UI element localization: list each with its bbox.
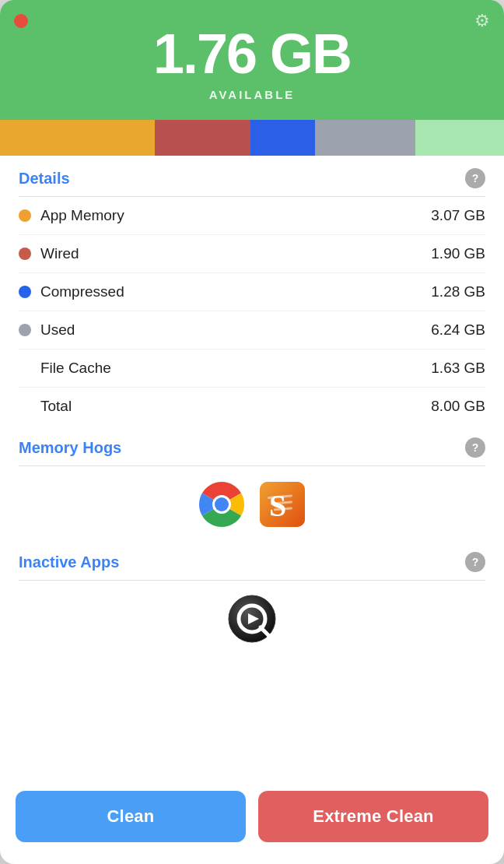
dot-none-dot — [19, 362, 31, 374]
detail-name-label: File Cache — [40, 360, 111, 377]
available-memory-value: 1.76 GB — [153, 23, 351, 85]
detail-value-label: 1.90 GB — [431, 245, 485, 262]
close-button[interactable] — [14, 14, 28, 28]
dot-blue-dot — [19, 286, 31, 298]
buttons-row: Clean Extreme Clean — [0, 778, 504, 864]
dot-yellow-dot — [19, 209, 31, 222]
svg-text:S: S — [269, 488, 286, 523]
table-row: Wired1.90 GB — [19, 235, 485, 273]
detail-value-label: 3.07 GB — [431, 207, 485, 224]
detail-value-label: 1.63 GB — [431, 360, 485, 377]
svg-point-2 — [215, 497, 229, 511]
inactive-apps-section: Inactive Apps ? — [0, 539, 504, 659]
used-bar — [315, 120, 415, 156]
quicktime-app-icon[interactable] — [228, 595, 276, 646]
app-memory-bar — [0, 120, 155, 156]
details-title: Details — [19, 170, 70, 188]
dot-red-dot — [19, 248, 31, 260]
details-section: Details ? App Memory3.07 GBWired1.90 GBC… — [0, 156, 504, 425]
detail-value-label: 1.28 GB — [431, 283, 485, 300]
detail-value-label: 6.24 GB — [431, 321, 485, 339]
dot-none-dot — [19, 400, 31, 413]
detail-name-label: App Memory — [40, 207, 124, 224]
available-bar — [415, 120, 504, 156]
dot-gray-dot — [19, 324, 31, 336]
detail-name-label: Total — [40, 398, 72, 415]
sublime-app-icon[interactable]: S — [260, 482, 305, 527]
detail-name-label: Compressed — [40, 283, 124, 300]
inactive-apps-help-button[interactable]: ? — [465, 552, 485, 572]
chrome-app-icon[interactable] — [199, 482, 244, 527]
memory-hogs-section: Memory Hogs ? — [0, 425, 504, 539]
main-window: ⚙ 1.76 GB AVAILABLE Details ? App Memory… — [0, 0, 504, 864]
memory-hogs-content: S — [19, 466, 485, 539]
table-row: Used6.24 GB — [19, 311, 485, 349]
compressed-bar — [250, 120, 315, 156]
inactive-apps-content — [19, 581, 485, 659]
details-help-button[interactable]: ? — [465, 168, 485, 188]
table-row: Compressed1.28 GB — [19, 273, 485, 311]
header-section: ⚙ 1.76 GB AVAILABLE — [0, 0, 504, 120]
details-header: Details ? — [19, 156, 485, 197]
clean-button[interactable]: Clean — [16, 791, 246, 842]
gear-icon[interactable]: ⚙ — [474, 11, 490, 31]
memory-hogs-help-button[interactable]: ? — [465, 437, 485, 458]
wired-bar — [155, 120, 250, 156]
memory-hogs-header: Memory Hogs ? — [19, 425, 485, 466]
table-row: App Memory3.07 GB — [19, 197, 485, 235]
table-row: Total8.00 GB — [19, 388, 485, 425]
inactive-apps-title: Inactive Apps — [19, 553, 119, 571]
detail-name-label: Used — [40, 321, 75, 339]
table-row: File Cache1.63 GB — [19, 349, 485, 388]
detail-value-label: 8.00 GB — [431, 398, 485, 415]
available-memory-label: AVAILABLE — [209, 88, 296, 101]
memory-hogs-title: Memory Hogs — [19, 439, 121, 457]
detail-name-label: Wired — [40, 245, 79, 262]
inactive-apps-header: Inactive Apps ? — [19, 539, 485, 581]
memory-bar-chart — [0, 120, 504, 156]
extreme-clean-button[interactable]: Extreme Clean — [258, 791, 488, 842]
